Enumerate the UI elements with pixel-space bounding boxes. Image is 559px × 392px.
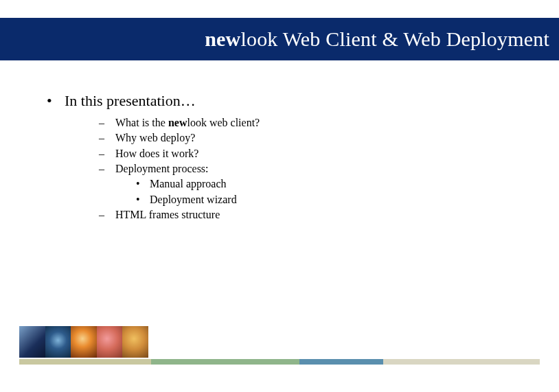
title-rest: look Web Client & Web Deployment [240,27,549,50]
bullet-lvl3: Deployment wizard [136,192,532,207]
footer-bar [299,359,383,365]
footer-image-strip [19,326,148,358]
slide-content: In this presentation… What is the newloo… [47,91,532,223]
footer-thumb [71,326,97,358]
footer [19,326,540,365]
bullet-lvl2: Why web deploy? [99,130,532,146]
lvl2-text: HTML frames structure [115,209,220,220]
footer-bar [383,359,540,365]
lvl2-group: What is the newlook web client? Why web … [99,115,532,222]
bullet-lvl1: In this presentation… What is the newloo… [47,91,532,222]
lvl1-text: In this presentation… [65,92,196,109]
bullet-lvl2: How does it work? [99,146,532,161]
footer-thumb [122,326,148,358]
bullet-lvl2: HTML frames structure [99,207,532,222]
bullet-lvl3: Manual approach [136,176,532,192]
lvl2-text-prefix: What is the [115,117,168,128]
footer-thumb [19,326,45,358]
lvl3-text: Deployment wizard [150,194,237,205]
title-bar: newlook Web Client & Web Deployment [0,18,559,60]
slide-title: newlook Web Client & Web Deployment [205,27,549,51]
footer-color-bars [19,359,540,365]
title-bold-prefix: new [205,27,240,50]
lvl2-text-bold: new [168,117,187,128]
lvl3-text: Manual approach [150,178,227,189]
lvl2-text: Deployment process: [115,163,209,174]
footer-bar [19,359,151,365]
footer-thumb [45,326,71,358]
bullet-lvl2: Deployment process: Manual approach Depl… [99,161,532,207]
lvl2-text: How does it work? [115,148,198,159]
lvl3-group: Manual approach Deployment wizard [136,176,532,207]
footer-thumb [97,326,123,358]
bullet-lvl2: What is the newlook web client? [99,115,532,130]
lvl2-text-suffix: look web client? [187,117,260,128]
footer-bar [151,359,299,365]
lvl2-text: Why web deploy? [115,132,195,143]
